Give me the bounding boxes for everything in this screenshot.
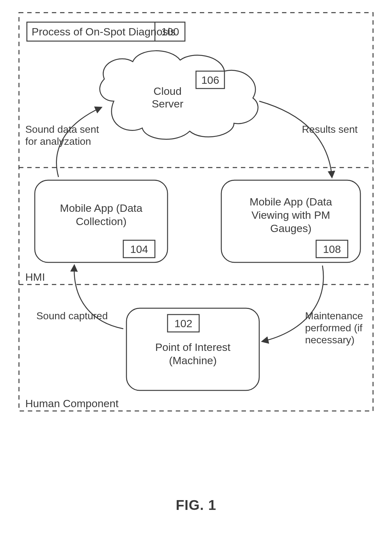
app-view-node: Mobile App (Data Viewing with PM Gauges)…	[221, 180, 360, 262]
title-ref: 100	[161, 26, 179, 38]
arrow-maintenance-l1: Maintenance	[305, 310, 363, 321]
app-collect-ref: 104	[130, 243, 148, 255]
poi-l2: (Machine)	[169, 354, 217, 366]
app-collect-node: Mobile App (Data Collection) 104	[35, 180, 168, 262]
cloud-label-2: Server	[152, 98, 183, 110]
cloud-label-1: Cloud	[154, 85, 182, 97]
app-collect-l1: Mobile App (Data	[60, 202, 143, 214]
poi-l1: Point of Interest	[155, 341, 231, 353]
diagram-canvas: HMI Human Component Process of On-Spot D…	[0, 0, 392, 474]
cloud-server-node: Cloud Server 106	[100, 51, 258, 139]
app-collect-l2: Collection)	[76, 215, 127, 227]
poi-node: 102 Point of Interest (Machine)	[126, 308, 259, 390]
app-view-l2: Viewing with PM	[252, 209, 330, 221]
arrow-results-sent	[259, 101, 332, 177]
cloud-ref: 106	[201, 74, 219, 86]
region-label-bottom: Human Component	[25, 397, 119, 409]
title-box: Process of On-Spot Diagnosis 100	[27, 22, 185, 41]
app-view-l3: Gauges)	[270, 222, 311, 234]
app-view-ref: 108	[323, 243, 341, 255]
arrow-sound-captured-l1: Sound captured	[36, 310, 108, 321]
arrow-maintenance-l2: performed (if	[305, 322, 363, 334]
arrow-results-sent-l1: Results sent	[302, 124, 358, 135]
region-label-middle: HMI	[25, 271, 45, 283]
arrow-sound-sent-l2: for analyzation	[25, 136, 91, 147]
poi-ref: 102	[175, 317, 193, 329]
title-label: Process of On-Spot Diagnosis	[32, 26, 175, 38]
figure-caption: FIG. 1	[0, 497, 392, 513]
arrow-maintenance-l3: necessary)	[305, 334, 355, 346]
arrow-sound-sent-l1: Sound data sent	[25, 124, 99, 135]
app-view-l1: Mobile App (Data	[250, 196, 332, 208]
